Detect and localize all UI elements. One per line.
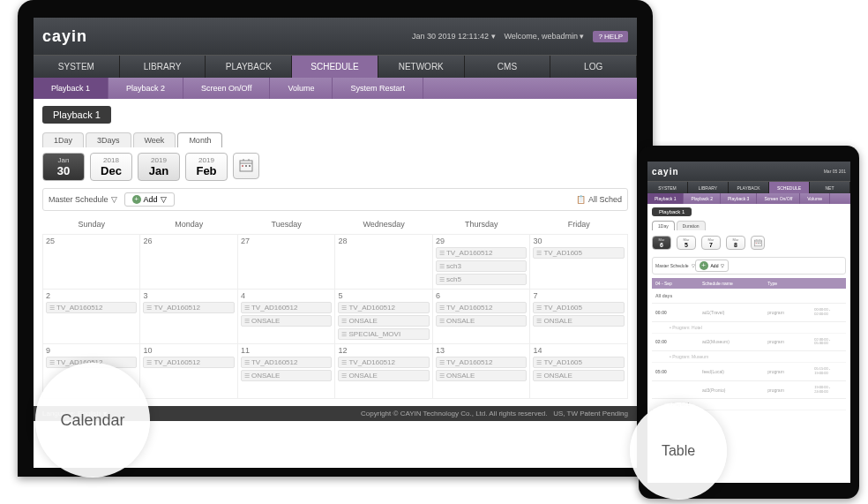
subnav-item[interactable]: Playback 1 [34, 78, 108, 99]
nav-playback[interactable]: PLAYBACK [729, 182, 769, 193]
date-selectors: Mar6Mar5Mar7Mar8 [652, 236, 846, 250]
calendar-cell[interactable]: 27 [237, 235, 334, 290]
schedule-event[interactable]: ONSALE [241, 370, 332, 381]
subnav-item[interactable]: System Restart [333, 78, 423, 99]
schedule-event[interactable]: TV_AD160512 [338, 302, 429, 313]
calendar-cell[interactable]: 13TV_AD160512ONSALE [432, 344, 529, 399]
nav-network[interactable]: NETWORK [378, 56, 465, 78]
table-row[interactable]: 05:00feed(Local)program05:15:00 - 19:00:… [652, 363, 846, 381]
nav-cms[interactable]: CMS [465, 56, 551, 78]
subnav-item[interactable]: Volume [270, 78, 333, 99]
nav-net[interactable]: NET [810, 182, 850, 193]
calendar-label-overlay: Calendar [35, 363, 150, 478]
schedule-event[interactable]: TV_AD1605 [533, 302, 625, 313]
add-button[interactable]: +Add ▽ [124, 192, 175, 207]
viewtab-week[interactable]: Week [133, 132, 176, 147]
table-subrow: • Program: Hotel [652, 322, 846, 334]
schedule-event[interactable]: ONSALE [533, 370, 625, 381]
date-selector[interactable]: Jan30 [42, 153, 85, 181]
nav-schedule[interactable]: SCHEDULE [292, 56, 378, 78]
nav-schedule[interactable]: SCHEDULE [769, 182, 810, 193]
date-selector[interactable]: Mar6 [652, 236, 671, 250]
subnav-item[interactable]: Screen On/Off [183, 78, 270, 99]
schedule-event[interactable]: TV_AD1605 [533, 247, 625, 259]
schedule-event[interactable]: sch5 [436, 274, 527, 285]
nav-library[interactable]: LIBRARY [120, 56, 206, 78]
viewtab-month[interactable]: Month [177, 132, 222, 147]
topbar: cayin Jan 30 2019 12:11:42 ▾ Welcome, we… [34, 18, 637, 55]
schedule-event[interactable]: TV_AD160512 [241, 302, 332, 313]
table-row[interactable]: 02:00ad2(Museum)program02:30:00 - 05:30:… [652, 334, 846, 352]
nav-system[interactable]: SYSTEM [34, 56, 120, 78]
schedule-event[interactable]: TV_AD160512 [436, 247, 527, 259]
calendar-cell[interactable]: 3TV_AD160512 [140, 290, 237, 344]
subnav-item[interactable]: Screen On/Off [757, 193, 800, 204]
date-selector[interactable]: 2019Feb [185, 153, 228, 181]
date-selector[interactable]: Mar7 [701, 236, 721, 250]
calendar-cell[interactable]: 6TV_AD160512ONSALE [432, 290, 529, 344]
viewtab-1day[interactable]: 1Day [652, 221, 675, 230]
schedule-event[interactable]: sch3 [436, 260, 527, 272]
calendar-cell[interactable]: 10TV_AD160512 [140, 344, 237, 399]
viewtab-1day[interactable]: 1Day [42, 132, 84, 147]
schedule-event[interactable]: TV_AD160512 [46, 302, 137, 313]
schedule-event[interactable]: ONSALE [533, 315, 625, 327]
nav-log[interactable]: LOG [550, 56, 637, 78]
calendar-cell[interactable]: 25 [43, 235, 140, 290]
calendar-cell[interactable]: 11TV_AD160512ONSALE [237, 344, 334, 399]
calendar-cell[interactable]: 26 [140, 235, 237, 290]
schedule-event[interactable]: TV_AD160512 [436, 302, 527, 313]
add-button[interactable]: +Add ▽ [695, 260, 730, 272]
schedule-event[interactable]: ONSALE [436, 370, 527, 381]
calendar-cell[interactable]: 5TV_AD160512ONSALESPECIAL_MOVI [335, 290, 432, 344]
calendar-picker-icon[interactable] [751, 236, 765, 250]
date-selector[interactable]: Mar8 [726, 236, 745, 250]
table-row[interactable]: All days [652, 289, 846, 304]
nav-playback[interactable]: PLAYBACK [206, 56, 292, 78]
subnav-item[interactable]: Playback 2 [108, 78, 183, 99]
calendar-cell[interactable]: 4TV_AD160512ONSALE [237, 290, 334, 344]
date-selector[interactable]: 2019Jan [138, 153, 180, 181]
table-row[interactable]: ad3(Pronto)program19:00:00 - 24:00:00 [652, 381, 846, 400]
all-schedules-dropdown[interactable]: 📋 All Sched [576, 195, 622, 204]
table-row[interactable]: 00:00ad1(Travel)program00:00:00 - 02:00:… [652, 304, 846, 322]
nav-library[interactable]: LIBRARY [688, 182, 729, 193]
date-selector[interactable]: 2018Dec [90, 153, 132, 181]
calendar-cell[interactable]: 12TV_AD160512ONSALE [335, 344, 432, 399]
schedule-event[interactable]: ONSALE [241, 315, 332, 327]
schedule-event[interactable]: ONSALE [338, 370, 429, 381]
table-column-header [814, 281, 842, 286]
schedule-event[interactable]: TV_AD160512 [143, 357, 234, 368]
schedule-event[interactable]: ONSALE [436, 315, 527, 327]
schedule-event[interactable]: SPECIAL_MOVI [338, 328, 429, 340]
subnav-item[interactable]: Playback 1 [647, 193, 684, 204]
calendar-cell[interactable]: 30TV_AD1605 [530, 235, 628, 290]
viewtab-duration[interactable]: Duration [677, 221, 706, 230]
welcome-text[interactable]: Welcome, webadmin ▾ [505, 32, 585, 41]
schedule-event[interactable]: TV_AD160512 [436, 357, 527, 368]
calendar-cell[interactable]: 2TV_AD160512 [43, 290, 140, 344]
subnav-item[interactable]: Playback 3 [721, 193, 757, 204]
master-schedule-dropdown[interactable]: Master Schedule ▽ [49, 195, 117, 204]
table-header: 04 - SepSchedule nameType [652, 278, 846, 289]
calendar-picker-icon[interactable] [233, 153, 259, 179]
viewtab-3days[interactable]: 3Days [86, 132, 131, 147]
table-column-header: Type [767, 281, 814, 286]
calendar-cell[interactable]: 28 [335, 235, 432, 290]
schedule-event[interactable]: TV_AD160512 [143, 302, 234, 313]
subnav-item[interactable]: Volume [800, 193, 830, 204]
subnav-item[interactable]: Playback 2 [684, 193, 720, 204]
schedule-event[interactable]: TV_AD1605 [533, 357, 625, 368]
schedule-event[interactable]: TV_AD160512 [338, 357, 429, 368]
nav-system[interactable]: SYSTEM [647, 182, 688, 193]
svg-rect-11 [755, 242, 756, 243]
schedule-event[interactable]: ONSALE [338, 315, 429, 327]
calendar-cell[interactable]: 7TV_AD1605ONSALE [530, 290, 628, 344]
calendar-cell[interactable]: 29TV_AD160512sch3sch5 [432, 235, 529, 290]
calendar-cell[interactable]: 14TV_AD1605ONSALE [530, 344, 628, 399]
schedule-event[interactable]: TV_AD160512 [241, 357, 332, 368]
datetime-display[interactable]: Jan 30 2019 12:11:42 ▾ [412, 32, 496, 41]
master-schedule-dropdown[interactable]: Master Schedule ▽ [655, 263, 695, 268]
date-selector[interactable]: Mar5 [677, 236, 696, 250]
help-button[interactable]: ? HELP [593, 31, 628, 42]
